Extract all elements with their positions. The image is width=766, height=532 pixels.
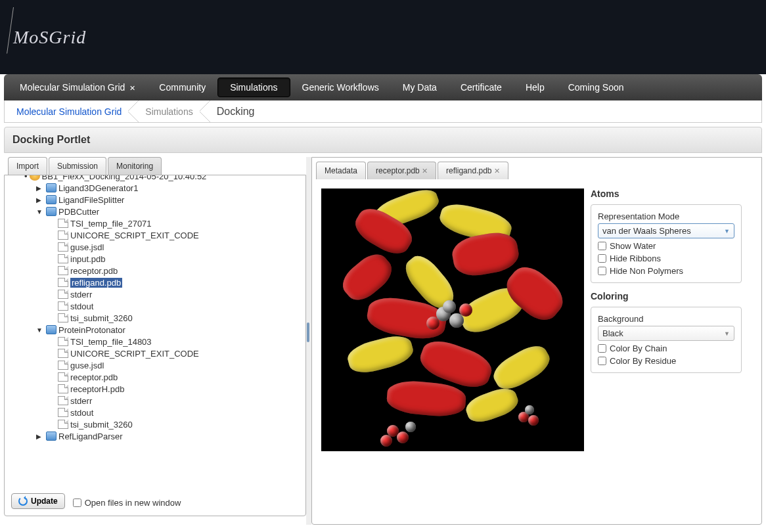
tab-metadata[interactable]: Metadata (316, 162, 366, 179)
folder-icon (46, 195, 56, 204)
open-new-window-checkbox[interactable]: Open files in new window (73, 498, 181, 508)
tree-item[interactable]: RefLigandParser (58, 432, 123, 441)
tree-file[interactable]: receptor.pdb (70, 266, 118, 276)
controls-column: Atoms Representation Mode van der Waals … (591, 188, 742, 451)
tab-refligand[interactable]: refligand.pdb ✕ (438, 162, 508, 179)
toggle-icon[interactable]: ▶ (36, 185, 44, 192)
tab-monitoring[interactable]: Monitoring (108, 157, 162, 175)
atoms-panel: Representation Mode van der Waals Sphere… (591, 204, 742, 283)
file-icon (58, 396, 68, 405)
left-tabs: Import Submission Monitoring (8, 157, 306, 175)
nav-certificate[interactable]: Certificate (449, 78, 514, 97)
breadcrumb-root[interactable]: Molecular Simulation Grid (5, 100, 133, 122)
color-by-chain-checkbox[interactable]: Color By Chain (598, 344, 734, 353)
file-tree: • BB1_FlexX_Docking_2014-05-20_10.40.52 … (5, 175, 305, 477)
tree-item[interactable]: LigandFileSplitter (58, 195, 124, 205)
breadcrumb: Molecular Simulation Grid Simulations Do… (4, 100, 762, 123)
page-title: Docking Portlet (4, 127, 762, 153)
file-icon (58, 349, 68, 358)
representation-mode-select[interactable]: van der Waals Spheres▼ (598, 223, 734, 238)
nav-community[interactable]: Community (147, 78, 217, 97)
nav-coming-soon[interactable]: Coming Soon (556, 78, 636, 97)
hide-non-polymers-checkbox[interactable]: Hide Non Polymers (598, 266, 734, 276)
tree-item-protein[interactable]: ProteinProtonator (58, 325, 125, 335)
tree-file[interactable]: receptor.pdb (70, 372, 118, 382)
show-water-checkbox[interactable]: Show Water (598, 241, 734, 251)
nav-my-data[interactable]: My Data (391, 78, 449, 97)
tree-item-pdbcutter[interactable]: PDBCutter (58, 207, 99, 217)
splitter-handle[interactable] (306, 157, 311, 525)
nav-generic-workflows[interactable]: Generic Workflows (290, 78, 391, 97)
file-icon (58, 420, 68, 429)
tree-file-selected[interactable]: refligand.pdb (70, 278, 122, 288)
breadcrumb-current: Docking (205, 100, 267, 122)
update-button[interactable]: Update (11, 493, 65, 509)
file-icon (58, 266, 68, 275)
close-icon[interactable]: ✕ (127, 84, 135, 92)
tree-file[interactable]: guse.jsdl (70, 361, 104, 370)
refresh-icon (18, 497, 28, 506)
file-icon (58, 384, 68, 393)
file-icon (58, 231, 68, 240)
close-icon[interactable]: ✕ (494, 167, 500, 175)
tree-item[interactable]: Ligand3DGenerator1 (58, 183, 138, 193)
tree-file[interactable]: TSI_temp_file_14803 (70, 337, 152, 347)
nav-help[interactable]: Help (514, 78, 556, 97)
tree-file[interactable]: UNICORE_SCRIPT_EXIT_CODE (70, 231, 199, 240)
tree-file[interactable]: stderr (70, 396, 92, 406)
app-header: MoSGrid (0, 0, 766, 74)
tree-file[interactable]: input.pdb (70, 254, 106, 264)
file-icon (58, 372, 68, 382)
file-icon (58, 313, 68, 322)
tree-file[interactable]: stdout (70, 408, 93, 418)
coloring-panel: Background Black▼ Color By Chain Color B… (591, 307, 742, 373)
file-icon (58, 337, 68, 346)
file-icon (58, 242, 68, 252)
chevron-down-icon: ▼ (724, 330, 730, 337)
representation-mode-label: Representation Mode (598, 211, 734, 221)
tree-file[interactable]: tsi_submit_3260 (70, 420, 133, 430)
tree-file[interactable]: guse.jsdl (70, 242, 104, 252)
folder-icon (46, 207, 56, 216)
tree-file[interactable]: receptorH.pdb (70, 384, 124, 394)
file-icon (58, 301, 68, 311)
tab-import[interactable]: Import (8, 157, 47, 175)
file-icon (58, 361, 68, 370)
file-icon (58, 219, 68, 228)
tab-receptor[interactable]: receptor.pdb ✕ (367, 162, 436, 179)
breadcrumb-mid[interactable]: Simulations (133, 100, 204, 122)
toggle-icon[interactable]: ▼ (36, 326, 44, 334)
folder-icon (46, 325, 56, 334)
main-nav: Molecular Simulation Grid ✕ Community Si… (4, 74, 762, 100)
tree-file[interactable]: UNICORE_SCRIPT_EXIT_CODE (70, 349, 199, 359)
nav-molecular-simulation-grid[interactable]: Molecular Simulation Grid ✕ (8, 78, 147, 97)
molecule-viewer[interactable] (321, 188, 584, 451)
tree-root[interactable]: BB1_FlexX_Docking_2014-05-20_10.40.52 (42, 175, 207, 181)
coloring-heading: Coloring (591, 291, 742, 301)
close-icon[interactable]: ✕ (422, 167, 428, 175)
right-panel: Metadata receptor.pdb ✕ refligand.pdb ✕ (311, 157, 762, 525)
toggle-icon[interactable]: ▼ (36, 208, 44, 215)
right-tabs: Metadata receptor.pdb ✕ refligand.pdb ✕ (312, 158, 761, 179)
file-icon (58, 254, 68, 263)
app-logo: MoSGrid (13, 27, 86, 48)
tree-file[interactable]: stdout (70, 301, 93, 311)
folder-icon (46, 183, 56, 192)
file-icon (58, 290, 68, 299)
tab-submission[interactable]: Submission (49, 157, 106, 175)
toggle-icon[interactable]: ▶ (36, 196, 44, 204)
hide-ribbons-checkbox[interactable]: Hide Ribbons (598, 254, 734, 263)
background-label: Background (598, 314, 734, 324)
nav-simulations[interactable]: Simulations (217, 78, 290, 97)
tree-file[interactable]: TSI_temp_file_27071 (70, 219, 152, 229)
atoms-heading: Atoms (591, 188, 742, 199)
toggle-icon[interactable]: ▶ (36, 433, 44, 440)
file-icon (58, 408, 68, 417)
tree-file[interactable]: tsi_submit_3260 (70, 313, 133, 323)
job-icon (30, 175, 40, 181)
color-by-residue-checkbox[interactable]: Color By Residue (598, 356, 734, 366)
chevron-down-icon: ▼ (724, 228, 730, 234)
background-select[interactable]: Black▼ (598, 326, 734, 341)
file-icon (58, 278, 68, 287)
tree-file[interactable]: stderr (70, 290, 92, 299)
